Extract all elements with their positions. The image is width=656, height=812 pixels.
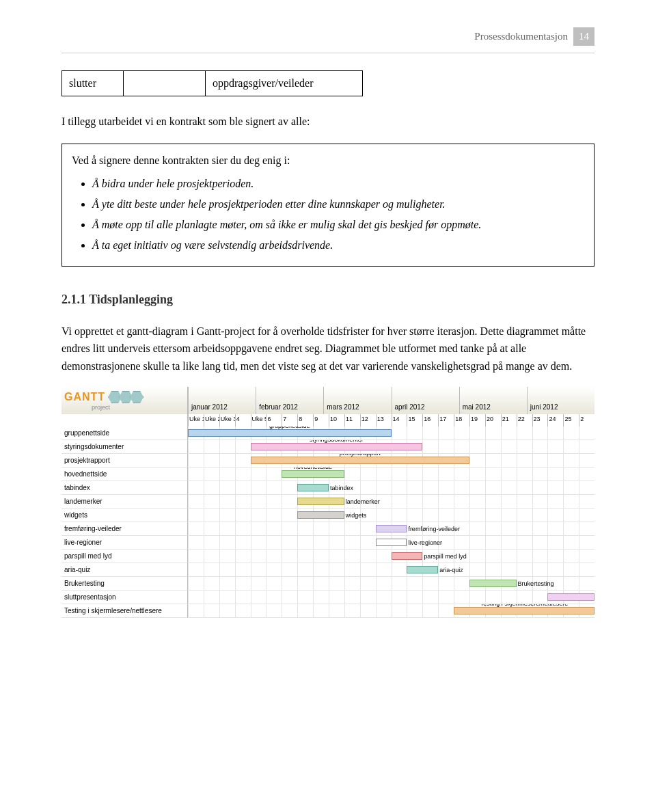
week-cell: 18	[454, 414, 469, 427]
month-cell: mai 2012	[459, 387, 527, 414]
gantt-task-track: aria-quiz	[188, 563, 594, 577]
gantt-task-row: Testing i skjermlesere/nettlesereTesting…	[62, 604, 594, 618]
gantt-body: gruppenettsidegruppenettsidestyringsdoku…	[62, 427, 594, 618]
gantt-month-axis: januar 2012 februar 2012 mars 2012 april…	[188, 387, 594, 414]
gantt-task-track: fremføring-veileder	[188, 522, 594, 536]
gantt-bar-label: landemerker	[346, 498, 380, 505]
gantt-bar-label: prosjektrapport	[340, 454, 381, 457]
gantt-task-track: gruppenettside	[188, 427, 594, 440]
week-cell: 19	[469, 414, 485, 427]
gantt-logo: GANTT project	[62, 387, 188, 414]
gantt-task-label: parspill med lyd	[62, 550, 188, 563]
week-cell: 17	[438, 414, 454, 427]
gantt-task-row: prosjektrapportprosjektrapport	[62, 454, 594, 468]
table-cell: slutter	[62, 70, 124, 96]
box-lead: Ved å signere denne kontrakten sier du d…	[72, 152, 584, 169]
gantt-task-track: hovednettside	[188, 468, 594, 481]
gantt-task-row: aria-quizaria-quiz	[62, 563, 594, 577]
week-cell: 4	[235, 414, 251, 427]
gantt-bar: parspill med lyd	[392, 552, 423, 560]
box-list: Å bidra under hele prosjektperioden. Å y…	[72, 176, 584, 254]
gantt-bar: aria-quiz	[407, 566, 438, 573]
gantt-task-label: live-regioner	[62, 536, 188, 550]
gantt-task-row: styringsdokumenterstyringsdokumenter	[62, 440, 594, 454]
gantt-task-label: prosjektrapport	[62, 454, 188, 468]
gantt-bar: fremføring-veileder	[376, 525, 407, 532]
week-cell: Uke 2	[204, 414, 219, 427]
gantt-bar: sluttpresentasjon	[547, 593, 594, 601]
gantt-bar: Brukertesting	[469, 580, 517, 587]
gantt-bar-label: aria-quiz	[439, 567, 463, 573]
gantt-bar-label: fremføring-veileder	[408, 526, 460, 532]
gantt-week-row: Uke 1Uke 2Uke 34Uke 56789101112131415161…	[62, 414, 594, 427]
gantt-bar: hovednettside	[282, 470, 344, 478]
gantt-task-row: BrukertestingBrukertesting	[62, 577, 594, 591]
gantt-task-track: widgets	[188, 509, 594, 522]
week-cell: 22	[517, 414, 532, 427]
gantt-task-track: landemerker	[188, 495, 594, 509]
week-cell: 21	[501, 414, 517, 427]
gantt-task-row: live-regionerlive-regioner	[62, 536, 594, 550]
gantt-task-label: styringsdokumenter	[62, 440, 188, 454]
week-cell: 10	[329, 414, 344, 427]
month-cell: juni 2012	[527, 387, 594, 414]
gantt-task-label: sluttpresentasjon	[62, 591, 188, 604]
gantt-bar-label: gruppenettside	[269, 427, 310, 429]
gantt-header-row: GANTT project januar 2012 februar 2012 m…	[62, 387, 594, 414]
gantt-task-track: parspill med lyd	[188, 550, 594, 563]
gantt-task-label: tabindex	[62, 481, 188, 495]
month-cell: april 2012	[392, 387, 459, 414]
gantt-task-row: landemerkerlandemerker	[62, 495, 594, 509]
week-cell: 14	[392, 414, 407, 427]
week-cell: 11	[344, 414, 360, 427]
gantt-task-track: Testing i skjermlesere/nettlesere	[188, 604, 594, 618]
gantt-bar-label: styringsdokumenter	[310, 440, 364, 443]
top-table: slutter oppdragsgiver/veileder	[62, 70, 363, 96]
week-cell: 16	[422, 414, 438, 427]
week-cell: 13	[376, 414, 392, 427]
gantt-bar: tabindex	[297, 484, 329, 491]
gantt-chart: GANTT project januar 2012 februar 2012 m…	[62, 387, 594, 618]
gantt-task-track: prosjektrapport	[188, 454, 594, 468]
month-cell: januar 2012	[188, 387, 256, 414]
week-cell: 8	[297, 414, 313, 427]
gantt-bar-label: hovednettside	[294, 468, 332, 470]
page-number-badge: 14	[573, 27, 594, 46]
week-cell: 23	[532, 414, 548, 427]
gantt-bar-label: Testing i skjermlesere/nettlesere	[480, 604, 569, 607]
box-item: Å ta eget initiativ og være selvstendig …	[92, 237, 584, 254]
gantt-bar-label: tabindex	[330, 485, 353, 491]
gantt-task-label: hovednettside	[62, 468, 188, 481]
gantt-task-track: live-regioner	[188, 536, 594, 550]
gantt-bar-label: Brukertesting	[518, 580, 554, 587]
month-cell: mars 2012	[323, 387, 391, 414]
week-cell: Uke 3	[219, 414, 235, 427]
gantt-bar-label: parspill med lyd	[424, 553, 467, 560]
month-cell: februar 2012	[256, 387, 323, 414]
week-cell: 20	[485, 414, 501, 427]
box-item: Å yte ditt beste under hele prosjektperi…	[92, 196, 584, 213]
box-item: Å bidra under hele prosjektperioden.	[92, 176, 584, 192]
week-cell: 25	[563, 414, 579, 427]
table-cell: oppdragsgiver/veileder	[206, 70, 363, 96]
week-cell: 24	[547, 414, 563, 427]
gantt-task-track: styringsdokumenter	[188, 440, 594, 454]
week-cell: 15	[407, 414, 422, 427]
gantt-task-row: sluttpresentasjonsluttpresentasjon	[62, 591, 594, 604]
week-cell: Uke 5	[251, 414, 266, 427]
intro-paragraph: I tillegg utarbeidet vi en kontrakt som …	[62, 113, 594, 130]
header-title: Prosessdokumentasjon	[474, 29, 568, 44]
gantt-task-track: tabindex	[188, 481, 594, 495]
gantt-bar: styringsdokumenter	[251, 443, 423, 450]
gantt-bar-label: live-regioner	[408, 539, 442, 546]
gantt-bar: prosjektrapport	[251, 457, 469, 464]
hex-icon	[108, 391, 141, 403]
contract-box: Ved å signere denne kontrakten sier du d…	[62, 144, 594, 267]
gantt-bar: live-regioner	[376, 539, 407, 546]
gantt-bar: gruppenettside	[188, 429, 392, 437]
week-cell: 2	[579, 414, 594, 427]
gantt-task-track: sluttpresentasjon	[188, 591, 594, 604]
gantt-task-track: Brukertesting	[188, 577, 594, 591]
gantt-task-row: parspill med lydparspill med lyd	[62, 550, 594, 563]
week-cell: 6	[266, 414, 282, 427]
